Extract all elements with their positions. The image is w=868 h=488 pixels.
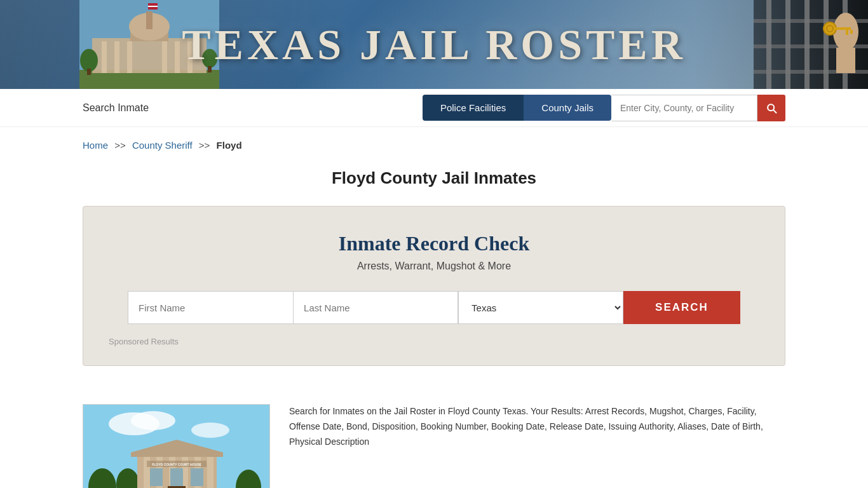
svg-text:FLOYD COUNTY COURT HOUSE: FLOYD COUNTY COURT HOUSE (152, 463, 201, 466)
svg-rect-14 (148, 6, 158, 7)
svg-rect-11 (146, 11, 153, 29)
nav-buttons: Police Facilities County Jails (423, 95, 785, 121)
state-select[interactable]: AlabamaAlaskaArizonaArkansas CaliforniaC… (458, 291, 623, 324)
courthouse-image: FLOYD COUNTY COURT HOUSE (83, 404, 270, 488)
police-facilities-button[interactable]: Police Facilities (423, 95, 524, 121)
svg-rect-16 (87, 69, 91, 75)
svg-rect-51 (207, 457, 214, 488)
svg-rect-3 (102, 41, 107, 73)
svg-rect-33 (846, 30, 848, 35)
page-title-area: Floyd County Jail Inmates (0, 157, 868, 206)
breadcrumb-current: Floyd (217, 140, 242, 151)
search-icon (765, 102, 778, 114)
header-banner: Texas Jail Roster (0, 0, 868, 89)
breadcrumb-home[interactable]: Home (83, 140, 108, 151)
inmate-record-subtitle: Arrests, Warrant, Mugshot & More (109, 261, 759, 272)
inmate-record-box: Inmate Record Check Arrests, Warrant, Mu… (83, 206, 785, 366)
svg-rect-34 (850, 30, 853, 34)
svg-rect-5 (127, 41, 132, 73)
breadcrumb-sep-2: >> (199, 140, 210, 151)
svg-point-38 (191, 423, 229, 438)
svg-rect-54 (191, 468, 203, 486)
inmate-search-button[interactable]: SEARCH (623, 291, 740, 324)
svg-rect-13 (148, 3, 158, 6)
nav-bar: Search Inmate Police Facilities County J… (0, 89, 868, 127)
bottom-section: FLOYD COUNTY COURT HOUSE Search for Inma… (0, 404, 868, 488)
inmate-record-title: Inmate Record Check (109, 232, 759, 255)
breadcrumb: Home >> County Sheriff >> Floyd (0, 127, 868, 157)
svg-rect-29 (836, 48, 855, 73)
svg-point-30 (824, 22, 836, 35)
svg-rect-32 (835, 27, 851, 30)
svg-point-37 (131, 411, 175, 430)
svg-rect-53 (170, 468, 183, 486)
keys-image (754, 0, 868, 89)
sponsored-label: Sponsored Results (109, 337, 759, 346)
county-jails-button[interactable]: County Jails (524, 95, 611, 121)
facility-search-button[interactable] (757, 95, 785, 121)
banner-title: Texas Jail Roster (182, 20, 686, 70)
svg-rect-7 (175, 41, 180, 73)
svg-rect-52 (150, 468, 163, 486)
inmate-search-form: AlabamaAlaskaArizonaArkansas CaliforniaC… (109, 291, 759, 324)
breadcrumb-sep-1: >> (114, 140, 126, 151)
breadcrumb-county-sheriff[interactable]: County Sheriff (132, 140, 193, 151)
nav-search-label: Search Inmate (83, 102, 423, 114)
main-content: Inmate Record Check Arrests, Warrant, Mu… (0, 206, 868, 404)
last-name-input[interactable] (293, 291, 458, 324)
svg-rect-6 (162, 41, 167, 73)
svg-point-15 (80, 49, 98, 72)
description-text: Search for Inmates on the Jail Roster in… (289, 404, 785, 488)
page-title: Floyd County Jail Inmates (0, 168, 868, 188)
first-name-input[interactable] (128, 291, 293, 324)
svg-rect-4 (114, 41, 119, 73)
facility-search-input[interactable] (611, 95, 757, 121)
